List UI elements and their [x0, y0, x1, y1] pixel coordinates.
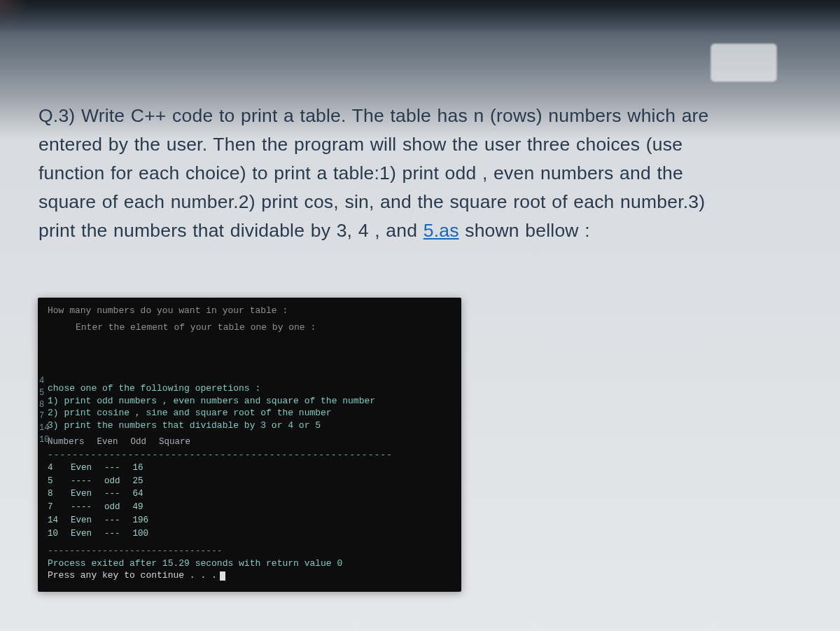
cell: Even	[71, 527, 104, 541]
cell: ----	[71, 475, 104, 488]
col-numbers: Numbers	[48, 436, 97, 449]
cell: Even	[71, 462, 104, 475]
table-row: 14 Even --- 196	[48, 514, 161, 527]
menu-item-1: 1) print odd numbers , even numbers and …	[48, 395, 451, 408]
menu-title: chose one of the following operetions :	[48, 382, 451, 395]
cell: ----	[71, 501, 104, 514]
table-row: 4 Even --- 16	[48, 462, 161, 475]
mistaken-link[interactable]: 5.as	[424, 220, 459, 241]
dash-line: --------------------------------	[48, 545, 451, 557]
cursor-block	[220, 571, 225, 581]
cell: 10	[48, 527, 71, 541]
question-prefix: Q.3)	[38, 105, 81, 126]
cell: ---	[104, 514, 133, 527]
press-text: Press any key to continue . . .	[48, 570, 217, 581]
console-output: How many numbers do you want in your tab…	[38, 298, 461, 592]
cell: 4	[48, 462, 71, 475]
prompt-count: How many numbers do you want in your tab…	[48, 305, 451, 317]
table-row: 10 Even --- 100	[48, 527, 161, 541]
table-header-row: Numbers Even Odd Square	[48, 436, 203, 449]
table-row: 5 ---- odd 25	[48, 475, 161, 488]
q-line-4: square of each number.2) print cos, sin,…	[38, 191, 705, 212]
col-odd: Odd	[131, 436, 160, 449]
cell: odd	[104, 475, 133, 488]
menu-item-2: 2) print cosine , sine and square root o…	[48, 407, 451, 419]
cell: Even	[71, 514, 104, 527]
cell: ---	[104, 527, 133, 541]
cell: 5	[48, 475, 71, 488]
cell: odd	[104, 501, 133, 514]
list-item: 10	[39, 434, 49, 446]
table-row: 7 ---- odd 49	[48, 501, 161, 514]
result-table: Numbers Even Odd Square	[48, 436, 203, 449]
corner-glow	[0, 0, 28, 28]
press-line: Press any key to continue . . .	[48, 569, 451, 582]
cell: 196	[133, 514, 162, 527]
exit-line: Process exited after 15.29 seconds with …	[48, 557, 451, 570]
cell: 49	[133, 501, 162, 514]
table-row: 8 Even --- 64	[48, 487, 161, 501]
list-item: 8	[39, 399, 49, 411]
menu-item-3: 3) print the numbers that dividable by 3…	[48, 419, 451, 432]
cell: 25	[133, 475, 162, 488]
q-line-3: function for each choice) to print a tab…	[38, 162, 683, 183]
top-shadow	[0, 0, 840, 35]
cell: Even	[71, 487, 104, 501]
list-item: 14	[39, 422, 49, 434]
list-item: 4	[39, 375, 49, 387]
entered-numbers-column: 4 5 8 7 14 10	[39, 375, 49, 446]
blurry-card	[710, 43, 777, 82]
cell: 14	[48, 514, 71, 527]
list-item: 7	[39, 410, 49, 422]
cell: ---	[104, 487, 133, 501]
q-line-1: Write C++ code to print a table. The tab…	[81, 105, 709, 126]
q-line-5a: print the numbers that dividable by 3, 4…	[38, 220, 424, 241]
col-square: Square	[159, 436, 203, 449]
q-line-5b: shown bellow :	[459, 220, 590, 241]
prompt-enter: Enter the element of your table one by o…	[76, 321, 451, 334]
list-item: 5	[39, 387, 49, 399]
result-table-body: 4 Even --- 16 5 ---- odd 25 8 Even --- 6…	[48, 462, 161, 541]
divider: ----------------------------------------…	[48, 449, 451, 462]
cell: 7	[48, 501, 71, 514]
col-even: Even	[97, 436, 131, 449]
question-text: Q.3) Write C++ code to print a table. Th…	[38, 102, 802, 245]
cell: 16	[133, 462, 162, 475]
cell: 8	[48, 487, 71, 501]
cell: 100	[133, 527, 162, 541]
cell: 64	[133, 487, 162, 501]
cell: ---	[104, 462, 133, 475]
q-line-2: entered by the user. Then the program wi…	[38, 134, 682, 155]
